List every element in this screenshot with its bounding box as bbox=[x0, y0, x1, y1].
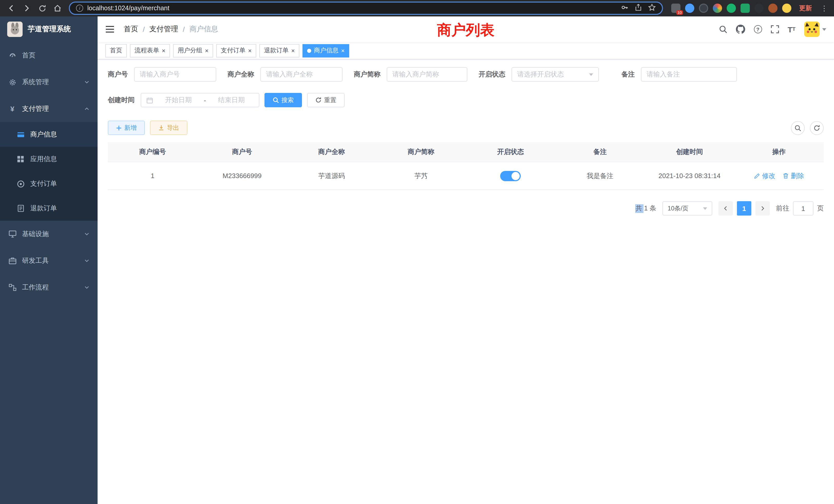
sidebar-item-label: 基础设施 bbox=[22, 229, 49, 239]
remark-label: 备注 bbox=[621, 70, 635, 79]
sidebar-toggle-icon[interactable] bbox=[105, 25, 114, 33]
sidebar-item-merchant-info[interactable]: 商户信息 bbox=[0, 122, 97, 147]
gear-icon bbox=[8, 78, 17, 86]
edit-link[interactable]: 修改 bbox=[754, 171, 775, 180]
fullscreen-icon[interactable] bbox=[771, 25, 779, 33]
extension-pinwheel-icon[interactable] bbox=[754, 4, 764, 13]
page-annotation: 商户列表 bbox=[437, 21, 495, 40]
payment-submenu: 商户信息 应用信息 支付订单 bbox=[0, 122, 97, 221]
table-header: 商户编号 商户号 商户全称 商户简称 开启状态 备注 创建时间 操作 bbox=[108, 142, 824, 162]
tab-refund-orders[interactable]: 退款订单 × bbox=[259, 44, 300, 57]
short-name-input[interactable]: 请输入商户简称 bbox=[387, 67, 467, 82]
help-icon[interactable]: ? bbox=[754, 25, 762, 33]
home-icon[interactable] bbox=[51, 2, 64, 14]
close-tab-icon[interactable]: × bbox=[248, 47, 251, 54]
tab-home[interactable]: 首页 bbox=[105, 44, 127, 57]
site-info-icon[interactable]: i bbox=[76, 5, 83, 12]
credit-card-icon bbox=[17, 131, 25, 138]
chevron-down-icon bbox=[822, 28, 826, 30]
share-icon[interactable] bbox=[635, 4, 642, 13]
browser-menu-icon[interactable]: ⋮ bbox=[820, 4, 829, 12]
coin-icon bbox=[17, 180, 25, 188]
address-bar[interactable]: i localhost:1024/pay/merchant bbox=[69, 2, 663, 15]
close-tab-icon[interactable]: × bbox=[291, 47, 295, 54]
pagination: 共 1 条 10条/页 1 bbox=[108, 201, 824, 215]
remark-input[interactable]: 请输入备注 bbox=[641, 67, 737, 82]
sidebar-item-label: 支付管理 bbox=[22, 104, 49, 113]
export-button[interactable]: 导出 bbox=[150, 121, 188, 135]
chevron-up-icon bbox=[84, 106, 89, 111]
create-time-range-picker[interactable]: 开始日期 - 结束日期 bbox=[141, 93, 259, 107]
reset-button[interactable]: 重置 bbox=[307, 93, 345, 107]
back-icon[interactable] bbox=[5, 2, 18, 14]
sidebar-item-payment-orders[interactable]: 支付订单 bbox=[0, 171, 97, 196]
full-name-input[interactable]: 请输入商户全称 bbox=[260, 67, 343, 82]
merchant-no-label: 商户号 bbox=[108, 70, 128, 79]
tab-process-form[interactable]: 流程表单 × bbox=[130, 44, 170, 57]
profile-avatar-icon[interactable] bbox=[782, 4, 791, 13]
sidebar-item-label: 工作流程 bbox=[22, 283, 49, 292]
delete-link[interactable]: 删除 bbox=[783, 171, 804, 180]
sidebar-item-label: 系统管理 bbox=[22, 77, 49, 87]
extension-color-icon[interactable] bbox=[713, 4, 722, 13]
add-button[interactable]: 新增 bbox=[108, 121, 145, 135]
close-tab-icon[interactable]: × bbox=[162, 47, 166, 54]
goto-suffix: 页 bbox=[817, 204, 824, 213]
forward-icon[interactable] bbox=[21, 2, 33, 14]
refresh-table-icon[interactable] bbox=[810, 121, 824, 135]
tab-merchant-info[interactable]: 商户信息 × bbox=[303, 44, 349, 57]
merchant-no-input[interactable]: 请输入商户号 bbox=[134, 67, 216, 82]
close-tab-icon[interactable]: × bbox=[205, 47, 208, 54]
sidebar-item-home[interactable]: 首页 bbox=[0, 42, 97, 69]
chevron-down-icon bbox=[84, 79, 89, 85]
sidebar-item-app-info[interactable]: 应用信息 bbox=[0, 147, 97, 171]
tab-payment-orders[interactable]: 支付订单 × bbox=[216, 44, 256, 57]
sidebar-item-label: 商户信息 bbox=[30, 130, 57, 139]
workflow-icon bbox=[8, 284, 17, 291]
user-menu[interactable] bbox=[804, 22, 826, 37]
col-full-name: 商户全称 bbox=[287, 147, 376, 157]
sidebar-item-refund-orders[interactable]: 退款订单 bbox=[0, 196, 97, 221]
screen: i localhost:1024/pay/merchant 10 bbox=[0, 0, 834, 504]
sidebar: 芋道管理系统 首页 系统管理 ¥ 支付管理 bbox=[0, 17, 97, 504]
document-icon bbox=[17, 205, 25, 212]
breadcrumb-payment[interactable]: 支付管理 bbox=[150, 25, 178, 34]
password-key-icon[interactable] bbox=[621, 4, 629, 13]
extensions-puzzle-icon[interactable]: 10 bbox=[671, 4, 680, 13]
toggle-search-icon[interactable] bbox=[791, 121, 805, 135]
sidebar-item-infrastructure[interactable]: 基础设施 bbox=[0, 221, 97, 247]
search-icon[interactable] bbox=[719, 25, 727, 33]
extension-sphere-icon[interactable] bbox=[699, 4, 708, 13]
font-size-icon[interactable]: TT bbox=[788, 25, 795, 33]
sidebar-item-system[interactable]: 系统管理 bbox=[0, 69, 97, 95]
col-merchant-id: 商户编号 bbox=[108, 147, 197, 157]
github-icon[interactable] bbox=[736, 25, 745, 34]
goto-page-input[interactable] bbox=[793, 201, 813, 215]
extension-drop-icon[interactable] bbox=[685, 4, 694, 13]
status-select[interactable]: 请选择开启状态 bbox=[511, 67, 599, 82]
close-tab-icon[interactable]: × bbox=[341, 47, 345, 54]
sidebar-item-payment[interactable]: ¥ 支付管理 bbox=[0, 95, 97, 122]
col-create-time: 创建时间 bbox=[645, 147, 734, 157]
page-size-select[interactable]: 10条/页 bbox=[662, 201, 712, 215]
extension-green-circle-icon[interactable] bbox=[727, 4, 736, 13]
status-toggle[interactable] bbox=[500, 171, 521, 181]
cell-merchant-no: M233666999 bbox=[197, 172, 287, 180]
sidebar-item-workflow[interactable]: 工作流程 bbox=[0, 274, 97, 301]
refresh-icon bbox=[315, 97, 322, 103]
extension-green-square-icon[interactable] bbox=[741, 4, 750, 13]
breadcrumb-home[interactable]: 首页 bbox=[124, 25, 138, 34]
reload-icon[interactable] bbox=[36, 2, 48, 14]
bookmark-star-icon[interactable] bbox=[648, 4, 656, 13]
sidebar-item-dev-tools[interactable]: 研发工具 bbox=[0, 247, 97, 274]
extension-monkey-icon[interactable] bbox=[768, 4, 777, 13]
full-name-label: 商户全称 bbox=[227, 70, 254, 79]
page-number-button[interactable]: 1 bbox=[737, 201, 751, 215]
cell-create-time: 2021-10-23 08:31:14 bbox=[645, 172, 734, 180]
next-page-button[interactable] bbox=[755, 201, 770, 215]
browser-update-button[interactable]: 更新 bbox=[796, 4, 815, 13]
prev-page-button[interactable] bbox=[719, 201, 733, 215]
search-button[interactable]: 搜索 bbox=[264, 93, 302, 107]
tab-user-group[interactable]: 用户分组 × bbox=[173, 44, 213, 57]
app-logo[interactable]: 芋道管理系统 bbox=[0, 17, 97, 42]
